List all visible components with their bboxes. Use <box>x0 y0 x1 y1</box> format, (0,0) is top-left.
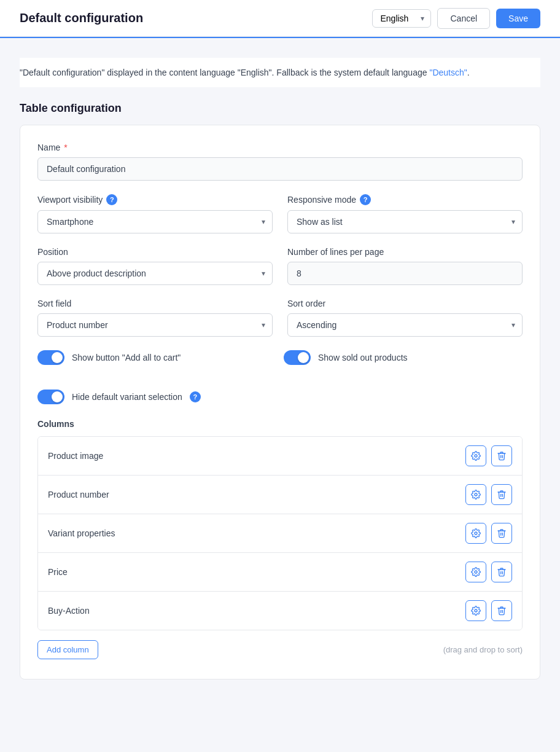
table-row: Buy-Action <box>38 592 522 630</box>
responsive-select[interactable]: Show as list Show as table Show as grid <box>287 210 523 233</box>
delete-button[interactable] <box>491 562 512 582</box>
toggle3[interactable] <box>37 390 64 404</box>
sort-field-label: Sort field <box>37 299 273 308</box>
responsive-help-icon[interactable]: ? <box>360 194 371 205</box>
delete-button[interactable] <box>491 445 512 466</box>
toggle2-row: Show sold out products <box>284 350 523 365</box>
settings-button[interactable] <box>465 523 486 544</box>
column-actions <box>465 562 512 582</box>
column-name: Price <box>48 567 68 577</box>
name-input[interactable] <box>37 157 523 181</box>
toggles-grid-row1: Show button "Add all to cart" Show sold … <box>37 350 523 376</box>
sort-order-select[interactable]: Ascending Descending <box>287 313 523 337</box>
viewport-help-icon[interactable]: ? <box>106 194 117 205</box>
lines-per-page-input[interactable] <box>287 262 523 285</box>
columns-footer: Add column (drag and drop to sort) <box>37 638 523 662</box>
column-name: Product number <box>48 490 109 499</box>
column-actions <box>465 600 512 621</box>
settings-button[interactable] <box>465 562 486 582</box>
viewport-select-wrapper: Smartphone Tablet Desktop ▾ <box>37 210 273 233</box>
toggle1-slider <box>37 350 64 365</box>
toggle1-label: Show button "Add all to cart" <box>72 353 181 362</box>
toggle2-label: Show sold out products <box>318 353 408 362</box>
page-title: Default configuration <box>20 11 143 25</box>
settings-button[interactable] <box>465 600 486 621</box>
table-row: Product image <box>38 437 522 476</box>
column-name: Variant properties <box>48 528 115 538</box>
delete-button[interactable] <box>491 523 512 544</box>
main-content: "Default configuration" displayed in the… <box>0 38 560 699</box>
toggle3-slider <box>37 390 64 404</box>
save-button[interactable]: Save <box>496 9 540 28</box>
toggle1[interactable] <box>37 350 64 365</box>
config-card: Name * Viewport visibility ? Smartphone … <box>20 125 540 680</box>
required-indicator: * <box>64 143 67 152</box>
columns-label: Columns <box>37 419 523 429</box>
settings-button[interactable] <box>465 484 486 505</box>
position-group: Position Above product description Below… <box>37 247 273 285</box>
sort-order-select-wrapper: Ascending Descending ▾ <box>287 313 523 337</box>
viewport-responsive-row: Viewport visibility ? Smartphone Tablet … <box>37 194 523 233</box>
table-row: Price <box>38 553 522 592</box>
viewport-label-row: Viewport visibility ? <box>37 194 273 205</box>
toggle1-row: Show button "Add all to cart" <box>37 350 276 365</box>
viewport-select[interactable]: Smartphone Tablet Desktop <box>37 210 273 233</box>
responsive-label-row: Responsive mode ? <box>287 194 523 205</box>
svg-point-0 <box>475 455 477 457</box>
column-name: Product image <box>48 451 103 461</box>
toggle3-help-icon[interactable]: ? <box>190 391 201 402</box>
position-select[interactable]: Above product description Below product … <box>37 262 273 285</box>
settings-button[interactable] <box>465 445 486 466</box>
delete-button[interactable] <box>491 484 512 505</box>
toggle2-slider <box>284 350 311 365</box>
deutsch-link[interactable]: "Deutsch" <box>429 68 467 77</box>
sort-field-select-wrapper: Product number Name Price ▾ <box>37 313 273 337</box>
column-actions <box>465 523 512 544</box>
name-field-group: Name * <box>37 143 523 181</box>
column-name: Buy-Action <box>48 606 90 616</box>
top-bar-actions: English Deutsch ▾ Cancel Save <box>372 8 540 29</box>
toggle3-label: Hide default variant selection <box>72 392 182 402</box>
responsive-group: Responsive mode ? Show as list Show as t… <box>287 194 523 233</box>
lines-per-page-group: Number of lines per page <box>287 247 523 285</box>
language-selector[interactable]: English Deutsch ▾ <box>372 9 431 28</box>
sort-order-label: Sort order <box>287 299 523 308</box>
sort-row: Sort field Product number Name Price ▾ S… <box>37 299 523 337</box>
position-label: Position <box>37 247 273 257</box>
columns-list: Product image Product number <box>37 436 523 630</box>
cancel-button[interactable]: Cancel <box>437 8 490 29</box>
drag-hint: (drag and drop to sort) <box>443 645 523 654</box>
top-bar: Default configuration English Deutsch ▾ … <box>0 0 560 37</box>
svg-point-2 <box>475 532 477 535</box>
table-row: Variant properties <box>38 514 522 553</box>
svg-point-3 <box>475 571 477 573</box>
toggle3-row: Hide default variant selection ? <box>37 390 523 404</box>
language-select[interactable]: English Deutsch <box>380 14 423 23</box>
sort-field-group: Sort field Product number Name Price ▾ <box>37 299 273 337</box>
info-banner: "Default configuration" displayed in the… <box>20 58 540 87</box>
position-select-wrapper: Above product description Below product … <box>37 262 273 285</box>
position-lines-row: Position Above product description Below… <box>37 247 523 285</box>
viewport-group: Viewport visibility ? Smartphone Tablet … <box>37 194 273 233</box>
column-actions <box>465 445 512 466</box>
sort-order-group: Sort order Ascending Descending ▾ <box>287 299 523 337</box>
sort-field-select[interactable]: Product number Name Price <box>37 313 273 337</box>
svg-point-4 <box>475 609 477 612</box>
columns-section: Columns Product image Product n <box>37 419 523 662</box>
table-row: Product number <box>38 476 522 514</box>
info-text-suffix: . <box>467 68 470 77</box>
name-label: Name * <box>37 143 523 152</box>
add-column-button[interactable]: Add column <box>37 640 98 659</box>
column-actions <box>465 484 512 505</box>
delete-button[interactable] <box>491 600 512 621</box>
lines-per-page-label: Number of lines per page <box>287 247 523 257</box>
toggle2[interactable] <box>284 350 311 365</box>
info-text-prefix: "Default configuration" displayed in the… <box>20 68 429 77</box>
responsive-select-wrapper: Show as list Show as table Show as grid … <box>287 210 523 233</box>
section-title: Table configuration <box>20 102 540 115</box>
svg-point-1 <box>475 493 477 496</box>
